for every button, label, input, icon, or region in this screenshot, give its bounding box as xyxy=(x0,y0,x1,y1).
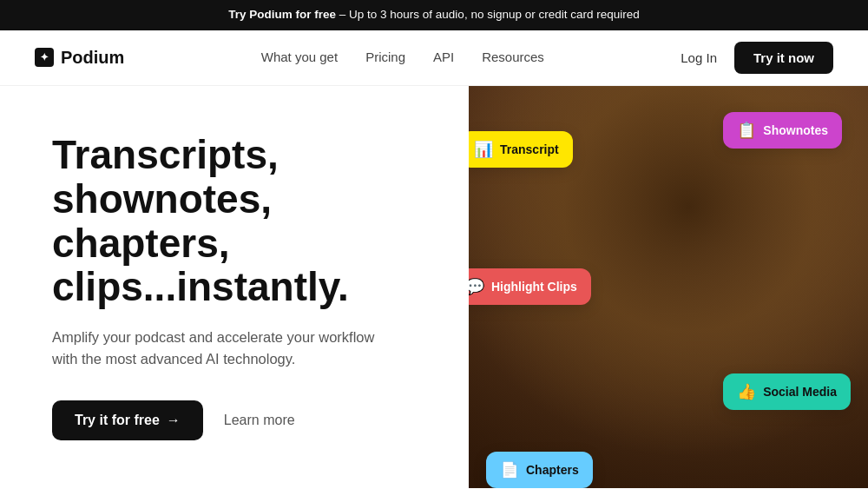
hero-subtitle: Amplify your podcast and accelerate your… xyxy=(52,327,382,370)
logo-icon: ✦ xyxy=(35,48,54,67)
nav-item-what-you-get[interactable]: What you get xyxy=(261,50,338,64)
chapters-icon: 📄 xyxy=(500,460,519,479)
chapters-label: Chapters xyxy=(526,463,579,477)
badge-social-media: 👍 Social Media xyxy=(723,373,851,410)
hero-title: Transcripts, shownotes, chapters, clips.… xyxy=(52,133,434,308)
transcript-label: Transcript xyxy=(500,142,559,156)
nav-right: Log In Try it now xyxy=(681,42,833,74)
badge-shownotes: 📋 Shownotes xyxy=(723,112,842,149)
hero-section: Transcripts, shownotes, chapters, clips.… xyxy=(0,86,868,488)
shownotes-icon: 📋 xyxy=(737,121,756,140)
nav-item-pricing[interactable]: Pricing xyxy=(365,50,405,64)
navbar: ✦ Podium What you get Pricing API Resour… xyxy=(0,30,868,86)
badge-transcript: 📊 Transcript xyxy=(469,131,573,168)
logo[interactable]: ✦ Podium xyxy=(35,48,124,68)
nav-item-api[interactable]: API xyxy=(433,50,454,64)
hero-actions: Try it for free → Learn more xyxy=(52,400,434,440)
nav-item-resources[interactable]: Resources xyxy=(482,50,544,64)
logo-text: Podium xyxy=(61,48,124,68)
arrow-icon: → xyxy=(167,413,181,428)
try-free-label: Try it for free xyxy=(75,413,160,428)
hero-left: Transcripts, shownotes, chapters, clips.… xyxy=(0,86,469,488)
try-free-button[interactable]: Try it for free → xyxy=(52,400,203,440)
top-banner: Try Podium for free – Up to 3 hours of a… xyxy=(0,0,868,30)
banner-bold: Try Podium for free xyxy=(228,8,336,21)
badge-chapters: 📄 Chapters xyxy=(486,452,593,488)
social-icon: 👍 xyxy=(737,382,756,401)
badge-highlight-clips: 💬 Highlight Clips xyxy=(469,268,591,305)
shownotes-label: Shownotes xyxy=(763,123,828,137)
login-button[interactable]: Log In xyxy=(681,50,717,65)
hero-image: 📊 Transcript 📋 Shownotes 💬 Highlight Cli… xyxy=(469,86,868,488)
transcript-icon: 📊 xyxy=(474,140,493,159)
social-label: Social Media xyxy=(763,385,837,399)
learn-more-button[interactable]: Learn more xyxy=(224,413,295,428)
highlights-label: Highlight Clips xyxy=(491,280,577,294)
banner-rest: – Up to 3 hours of audio, no signup or c… xyxy=(336,8,640,21)
nav-links: What you get Pricing API Resources xyxy=(261,50,544,65)
highlights-icon: 💬 xyxy=(469,277,484,296)
try-now-button[interactable]: Try it now xyxy=(734,42,833,74)
